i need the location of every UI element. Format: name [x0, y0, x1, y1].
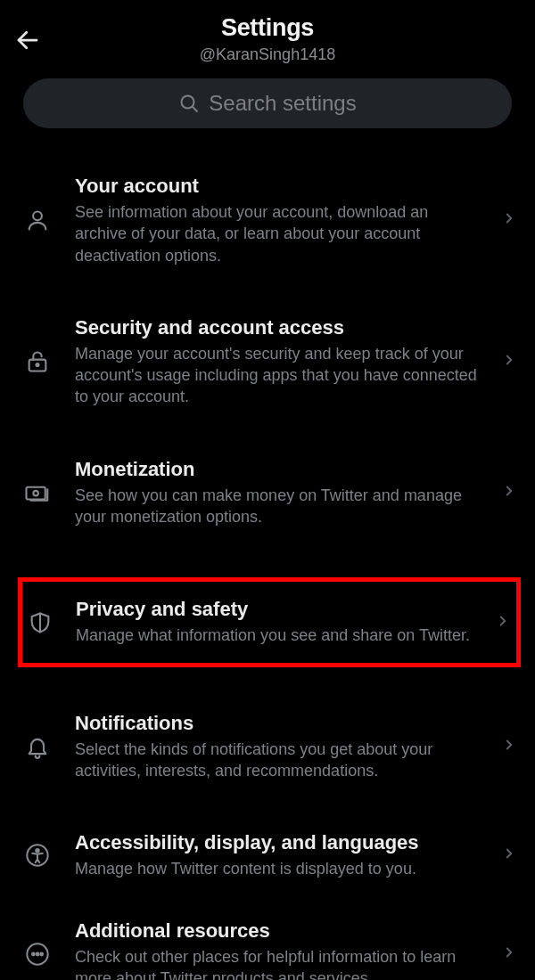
item-desc: Check out other places for helpful infor… [75, 946, 480, 980]
settings-item-security[interactable]: Security and account access Manage your … [0, 316, 535, 408]
page-title: Settings [0, 14, 535, 42]
item-title: Security and account access [75, 316, 480, 339]
bell-icon [21, 734, 54, 759]
accessibility-icon [21, 843, 54, 868]
svg-point-7 [33, 491, 38, 496]
chevron-right-icon [501, 944, 523, 964]
item-title: Privacy and safety [76, 598, 477, 621]
item-desc: Manage your account's security and keep … [75, 343, 480, 408]
lock-icon [21, 349, 54, 374]
svg-line-2 [193, 107, 197, 111]
header-username: @KaranSingh1418 [0, 45, 535, 64]
chevron-right-icon [501, 845, 523, 865]
svg-rect-6 [27, 487, 45, 500]
settings-item-additional-resources[interactable]: Additional resources Check out other pla… [0, 919, 535, 980]
chevron-right-icon [495, 613, 516, 633]
header: Settings @KaranSingh1418 [0, 7, 535, 69]
item-title: Monetization [75, 458, 480, 481]
svg-point-14 [40, 952, 43, 955]
item-title: Notifications [75, 712, 480, 735]
chevron-right-icon [501, 210, 523, 230]
settings-item-accessibility[interactable]: Accessibility, display, and languages Ma… [0, 831, 535, 879]
settings-item-privacy-safety[interactable]: Privacy and safety Manage what informati… [18, 577, 521, 666]
item-title: Your account [75, 175, 480, 198]
chevron-right-icon [501, 483, 523, 502]
cash-icon [21, 479, 54, 506]
settings-item-your-account[interactable]: Your account See information about your … [0, 175, 535, 266]
chevron-right-icon [501, 737, 523, 756]
status-bar [0, 0, 535, 7]
settings-list: Your account See information about your … [0, 144, 535, 980]
search-container: Search settings [0, 69, 535, 144]
svg-point-13 [37, 952, 39, 955]
shield-icon [22, 610, 58, 635]
settings-item-notifications[interactable]: Notifications Select the kinds of notifi… [0, 712, 535, 782]
item-title: Additional resources [75, 919, 480, 943]
item-desc: See how you can make money on Twitter an… [75, 485, 480, 528]
svg-point-5 [36, 363, 38, 366]
search-placeholder: Search settings [209, 91, 356, 116]
search-input[interactable]: Search settings [23, 78, 512, 128]
settings-item-monetization[interactable]: Monetization See how you can make money … [0, 458, 535, 528]
person-icon [21, 208, 54, 233]
more-circle-icon [21, 942, 54, 967]
arrow-left-icon [14, 27, 41, 53]
item-desc: Manage what information you see and shar… [76, 625, 477, 646]
item-title: Accessibility, display, and languages [75, 831, 480, 854]
item-desc: Manage how Twitter content is displayed … [75, 858, 480, 879]
svg-point-10 [36, 849, 39, 853]
item-desc: Select the kinds of notifications you ge… [75, 739, 480, 782]
item-desc: See information about your account, down… [75, 201, 480, 266]
svg-point-12 [32, 952, 35, 955]
search-icon [178, 93, 200, 114]
svg-point-3 [33, 212, 42, 221]
back-button[interactable] [14, 27, 41, 57]
chevron-right-icon [501, 352, 523, 372]
